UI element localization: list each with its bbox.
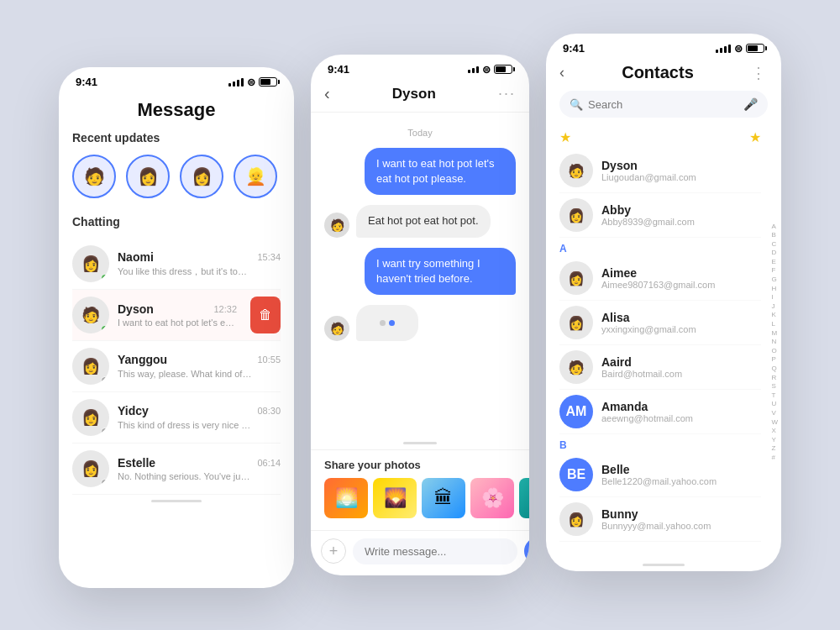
contact-amanda[interactable]: AM Amanda aeewng@hotmail.com — [559, 390, 761, 434]
alpha-z[interactable]: Z — [771, 445, 778, 454]
star-icon-left: ★ — [559, 129, 571, 145]
photo-thumb-3[interactable]: 🏛 — [422, 478, 465, 518]
alpha-t[interactable]: T — [771, 391, 778, 400]
add-button[interactable]: + — [321, 538, 346, 564]
alpha-p[interactable]: P — [771, 356, 778, 365]
alpha-y[interactable]: Y — [771, 436, 778, 444]
alpha-b[interactable]: B — [771, 232, 778, 240]
chat-name-dyson: Dyson — [118, 302, 154, 316]
recent-avatar-2[interactable]: 👩 — [126, 155, 170, 198]
photo-thumb-1[interactable]: 🌅 — [324, 478, 368, 518]
message-list: Today I want to eat hot pot let's eat ho… — [311, 113, 529, 437]
recent-avatar-4[interactable]: 👱 — [234, 155, 277, 198]
alpha-m[interactable]: M — [771, 329, 778, 338]
alpha-h[interactable]: H — [771, 285, 778, 293]
chat-phone: 9:41 ⊜ ‹ Dyson ··· Today I want to eat — [311, 55, 529, 575]
chat-time-yidcy: 08:30 — [257, 406, 281, 416]
contact-avatar-dyson: 🧑 — [559, 154, 593, 187]
alpha-w[interactable]: W — [771, 418, 778, 427]
signal-icon-2 — [468, 66, 479, 73]
message-input[interactable] — [353, 538, 517, 564]
contacts-back-button[interactable]: ‹ — [559, 64, 564, 81]
alpha-i[interactable]: I — [771, 294, 778, 302]
alpha-u[interactable]: U — [771, 401, 778, 409]
alpha-q[interactable]: Q — [771, 365, 778, 373]
online-indicator — [101, 274, 108, 281]
contact-aaird[interactable]: 🧑 Aaird Baird@hotmail.com — [559, 345, 761, 390]
chat-preview-yidcy: This kind of dress is very nice and chea… — [118, 419, 252, 432]
chat-item-yanggou[interactable]: 👩 Yanggou 10:55 This way, please. What k… — [72, 341, 281, 392]
contact-aimee[interactable]: 👩 Aimee Aimee9807163@gmail.com — [559, 256, 761, 301]
alpha-s[interactable]: S — [771, 383, 778, 391]
photo-thumb-2[interactable]: 🌄 — [373, 478, 417, 518]
contact-name-amanda: Amanda — [601, 400, 761, 413]
alpha-e[interactable]: E — [771, 258, 778, 266]
chat-item-yidcy[interactable]: 👩 Yidcy 08:30 This kind of dress is very… — [72, 392, 281, 444]
contact-name-belle: Belle — [601, 463, 761, 476]
offline-indicator — [101, 376, 108, 384]
contact-abby[interactable]: 👩 Abby Abby8939@gmail.com — [559, 193, 761, 238]
alpha-d[interactable]: D — [771, 249, 778, 258]
chat-avatar-yidcy: 👩 — [72, 399, 109, 436]
back-button[interactable]: ‹ — [324, 84, 330, 103]
chat-item-dyson[interactable]: 🧑 Dyson 12:32 I want to eat hot pot let'… — [72, 290, 281, 341]
chat-info-naomi: Naomi 15:34 You like this dress，but it's… — [118, 250, 281, 278]
share-photos-section: Share your photos 🌅 🌄 🏛 🌸 🏢 — [311, 449, 529, 527]
contact-dyson[interactable]: 🧑 Dyson Liugoudan@gmail.com — [559, 149, 761, 193]
chat-avatar-estelle: 👩 — [72, 450, 109, 487]
alpha-c[interactable]: C — [771, 240, 778, 249]
contact-alisa[interactable]: 👩 Alisa yxxingxing@gmail.com — [559, 301, 761, 345]
chat-info-estelle: Estelle 06:14 No. Nothing serious. You'v… — [118, 456, 281, 481]
starred-row: ★ ★ — [559, 126, 761, 149]
search-input[interactable] — [588, 98, 738, 111]
alpha-hash[interactable]: # — [771, 454, 778, 462]
contact-avatar-abby: 👩 — [559, 198, 593, 232]
wifi-icon-3: ⊜ — [734, 43, 743, 55]
message-received-1: 🧑 Eat hot pot eat hot pot. — [324, 205, 516, 237]
battery-icon — [259, 77, 277, 87]
chat-preview-yanggou: This way, please. What kind of skirt do … — [118, 368, 252, 381]
recent-updates-label: Recent updates — [72, 131, 281, 144]
alpha-v[interactable]: V — [771, 409, 778, 417]
contact-info-belle: Belle Belle1220@mail.yahoo.com — [601, 463, 761, 486]
photo-thumb-4[interactable]: 🌸 — [470, 478, 514, 518]
mic-icon[interactable]: 🎤 — [743, 97, 758, 111]
contacts-more-button[interactable]: ⋮ — [751, 64, 768, 82]
alpha-f[interactable]: F — [771, 267, 778, 276]
time-2: 9:41 — [328, 63, 349, 76]
recent-updates-list: 🧑 👩 👩 👱 — [72, 155, 281, 198]
date-separator: Today — [324, 128, 516, 138]
alpha-a[interactable]: A — [771, 223, 778, 231]
contact-bunny[interactable]: 👩 Bunny Bunnyyy@mail.yahoo.com — [559, 497, 761, 542]
chat-name-yanggou: Yanggou — [118, 353, 167, 366]
alpha-r[interactable]: R — [771, 374, 778, 382]
more-options-button[interactable]: ··· — [498, 85, 516, 102]
alpha-o[interactable]: O — [771, 347, 778, 355]
alpha-g[interactable]: G — [771, 276, 778, 285]
alpha-l[interactable]: L — [771, 321, 778, 329]
contact-info-abby: Abby Abby8939@gmail.com — [601, 203, 761, 227]
send-button[interactable]: ➤ — [524, 538, 529, 564]
contact-avatar-amanda: AM — [559, 395, 593, 428]
contact-name-alisa: Alisa — [601, 311, 761, 324]
chat-item-naomi[interactable]: 👩 Naomi 15:34 You like this dress，but it… — [72, 239, 281, 290]
alpha-j[interactable]: J — [771, 302, 778, 311]
search-bar[interactable]: 🔍 🎤 — [559, 91, 768, 118]
signal-icon — [228, 78, 244, 87]
recent-avatar-3[interactable]: 👩 — [180, 155, 223, 198]
alpha-k[interactable]: K — [771, 312, 778, 320]
delete-button[interactable]: 🗑 — [250, 297, 281, 333]
contacts-list: ★ ★ 🧑 Dyson Liugoudan@gmail.com 👩 Abby — [546, 126, 781, 559]
photo-thumb-5[interactable]: 🏢 — [519, 478, 529, 518]
chat-item-estelle[interactable]: 👩 Estelle 06:14 No. Nothing serious. You… — [72, 444, 281, 495]
chat-info-yidcy: Yidcy 08:30 This kind of dress is very n… — [118, 404, 281, 432]
contact-name-bunny: Bunny — [601, 507, 761, 521]
contact-belle[interactable]: BE Belle Belle1220@mail.yahoo.com — [559, 453, 761, 497]
alpha-n[interactable]: N — [771, 339, 778, 347]
alphabetical-index[interactable]: A B C D E F G H I J K L M N O P Q — [771, 223, 778, 462]
recent-avatar-1[interactable]: 🧑 — [72, 155, 116, 198]
alpha-x[interactable]: X — [771, 428, 778, 436]
status-bar-1: 9:41 ⊜ — [59, 67, 294, 92]
status-bar-3: 9:41 ⊜ — [546, 34, 781, 59]
chat-time-naomi: 15:34 — [257, 252, 281, 262]
